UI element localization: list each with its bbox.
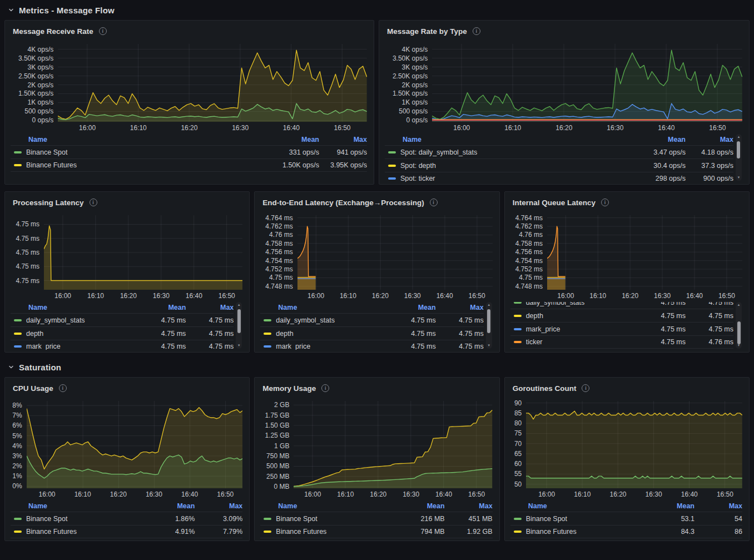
legend-item[interactable]: Binance Spot1.86%3.09% (11, 512, 242, 525)
scroll-down-icon[interactable]: ▼ (236, 343, 242, 349)
info-icon[interactable]: i (99, 27, 107, 35)
legend-item[interactable]: Binance Spot53.154 (510, 512, 742, 525)
legend-col-name[interactable]: Name (13, 136, 264, 143)
legend-col-mean[interactable]: Mean (639, 502, 695, 510)
legend-item[interactable]: depth4.75 ms4.75 ms (510, 309, 733, 322)
series-color-swatch (264, 345, 271, 348)
info-icon[interactable]: i (430, 199, 438, 206)
chart-canvas[interactable] (547, 215, 742, 290)
legend-item[interactable]: daily_symbol_stats4.75 ms4.75 ms (510, 302, 733, 309)
legend-item[interactable]: Binance Futures794 MB1.92 GB (260, 525, 492, 538)
chart-canvas[interactable] (432, 44, 742, 122)
legend-scrollbar[interactable]: ▲▼ (736, 134, 742, 181)
legend-col-max[interactable]: Max (445, 502, 493, 510)
legend-mean-value: 4.75 ms (130, 316, 186, 324)
legend-item[interactable]: depth4.75 ms4.75 ms (260, 326, 483, 340)
legend-content: NameMeanMaxBinance Spot331 ops/s941 ops/… (11, 134, 367, 172)
scroll-up-icon[interactable]: ▲ (736, 302, 742, 308)
legend-item[interactable]: Binance Spot331 ops/s941 ops/s (11, 145, 367, 158)
legend-label: Spot: ticker (400, 175, 630, 182)
legend-label: Binance Futures (26, 528, 139, 536)
panel-goroutines-count: Goroutines Counti90858075706560555016:00… (504, 377, 750, 541)
legend-item[interactable]: Binance Futures4.91%7.79% (11, 525, 242, 538)
y-axis-tick-label: 4K ops/s (28, 46, 54, 53)
legend-item[interactable]: Spot: daily_symbol_stats3.47 ops/s4.18 o… (385, 145, 733, 158)
legend-item[interactable]: ticker4.75 ms4.76 ms (510, 335, 733, 349)
legend-col-name[interactable]: Name (13, 304, 130, 311)
legend-item[interactable]: daily_symbol_stats4.75 ms4.75 ms (11, 313, 234, 326)
scrollbar-thumb[interactable] (487, 309, 490, 334)
legend-col-mean[interactable]: Mean (630, 136, 686, 143)
y-axis-tick-label: 6% (12, 422, 22, 429)
legend-col-max[interactable]: Max (686, 136, 733, 143)
chart-canvas[interactable] (27, 401, 243, 488)
legend-mean-value: 298 ops/s (630, 175, 686, 182)
legend-item[interactable]: daily_symbol_stats4.75 ms4.75 ms (260, 313, 483, 326)
legend-scrollbar[interactable]: ▲▼ (736, 302, 742, 349)
chart-canvas[interactable] (58, 44, 367, 122)
legend-max-value: 4.76 ms (686, 338, 733, 346)
panel-header: Message Receive Ratei (11, 24, 367, 38)
y-axis-tick-label: 4.748 ms (265, 283, 292, 290)
legend-col-mean[interactable]: Mean (139, 502, 195, 510)
info-icon[interactable]: i (473, 27, 480, 35)
legend-col-mean[interactable]: Mean (130, 304, 186, 311)
legend-max-value: 3.09% (195, 515, 242, 523)
x-axis-tick-label: 16:00 (453, 124, 470, 132)
scroll-up-icon[interactable]: ▲ (736, 134, 742, 140)
info-icon[interactable]: i (59, 384, 67, 392)
legend-item[interactable]: depth4.75 ms4.75 ms (11, 326, 234, 340)
info-icon[interactable]: i (601, 199, 609, 206)
scroll-down-icon[interactable]: ▼ (736, 175, 742, 181)
row-header-saturation[interactable]: Saturation (0, 357, 754, 375)
info-icon[interactable]: i (321, 384, 329, 392)
legend-max-value: 4.75 ms (686, 325, 733, 333)
chart-canvas[interactable] (297, 215, 493, 290)
legend-col-max[interactable]: Max (695, 502, 742, 510)
legend-item[interactable]: mark_price4.75 ms4.75 ms (260, 340, 483, 350)
legend-item[interactable]: Spot: ticker298 ops/s900 ops/s (385, 172, 733, 182)
legend-col-name[interactable]: Name (387, 136, 630, 143)
legend-header: NameMeanMax (11, 134, 367, 145)
legend-item[interactable]: Spot: depth30.4 ops/s37.3 ops/s (385, 158, 733, 172)
y-axis-tick-label: 90 (514, 399, 522, 407)
legend-col-name[interactable]: Name (262, 502, 389, 510)
legend-col-max[interactable]: Max (186, 304, 234, 311)
legend-label: daily_symbol_stats (526, 302, 630, 306)
legend-col-mean[interactable]: Mean (389, 502, 445, 510)
y-axis-tick-label: 2 GB (274, 401, 289, 409)
info-icon[interactable]: i (582, 384, 589, 392)
legend-col-name[interactable]: Name (262, 304, 380, 311)
legend-scrollbar[interactable]: ▲▼ (486, 302, 492, 349)
legend-col-max[interactable]: Max (195, 502, 242, 510)
legend-max-value: 7.79% (195, 528, 242, 536)
legend-max-value: 451 MB (445, 515, 493, 523)
chart-canvas[interactable] (44, 215, 242, 290)
legend-item[interactable]: Binance Futures84.386 (510, 525, 742, 538)
legend-col-name[interactable]: Name (513, 502, 639, 510)
x-axis-tick-label: 16:10 (589, 292, 606, 300)
scrollbar-thumb[interactable] (237, 309, 241, 334)
legend-col-mean[interactable]: Mean (380, 304, 436, 311)
scroll-up-icon[interactable]: ▲ (486, 302, 492, 308)
legend-col-name[interactable]: Name (13, 502, 139, 510)
legend-col-mean[interactable]: Mean (264, 136, 319, 143)
legend-col-max[interactable]: Max (436, 304, 484, 311)
scrollbar-thumb[interactable] (737, 141, 740, 158)
legend-item[interactable]: Binance Spot216 MB451 MB (260, 512, 492, 525)
legend-item[interactable]: Binance Futures1.50K ops/s3.95K ops/s (11, 158, 367, 172)
info-icon[interactable]: i (90, 199, 97, 206)
legend-scrollbar[interactable]: ▲▼ (236, 302, 242, 349)
row-header-metrics-message-flow[interactable]: Metrics - Message Flow (0, 0, 754, 18)
legend-item[interactable]: mark_price4.75 ms4.75 ms (11, 340, 234, 350)
chart-canvas[interactable] (526, 401, 742, 488)
legend-col-max[interactable]: Max (319, 136, 367, 143)
chart-canvas[interactable] (294, 401, 492, 488)
legend-header: NameMeanMax (260, 500, 492, 512)
legend-item[interactable]: mark_price4.75 ms4.75 ms (510, 322, 733, 335)
x-axis-tick-label: 16:30 (646, 490, 662, 498)
legend-mean-value: 4.75 ms (130, 343, 186, 350)
scroll-up-icon[interactable]: ▲ (236, 302, 242, 308)
scrollbar-thumb[interactable] (737, 321, 741, 344)
scroll-down-icon[interactable]: ▼ (486, 343, 492, 349)
